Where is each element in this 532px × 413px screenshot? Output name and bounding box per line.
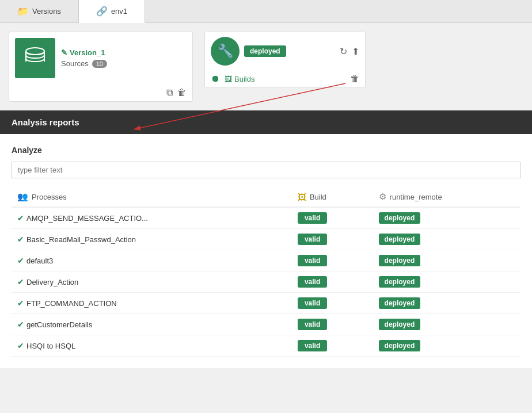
check-icon: ✔ (17, 341, 24, 350)
process-name-cell: ✔ Basic_ReadMail_Passwd_Action (12, 229, 292, 250)
database-icon (24, 45, 47, 71)
valid-badge: valid (298, 340, 327, 351)
build-status-cell: valid (292, 293, 373, 314)
check-icon: ✔ (17, 277, 24, 286)
deploy-card: 🔧 deployed ↻ ⬆ ⏺ 🖼 Builds 🗑 (204, 32, 366, 88)
tab-versions-label: Versions (32, 7, 61, 16)
deploy-delete-icon[interactable]: 🗑 (350, 74, 359, 84)
build-status-cell: valid (292, 335, 373, 357)
refresh-icon[interactable]: ↻ (340, 46, 347, 57)
deployed-tag: deployed (379, 234, 421, 245)
analysis-header: Analysis reports (0, 110, 532, 134)
radio-icon: ⏺ (211, 74, 220, 84)
env-icon: 🔗 (96, 6, 108, 17)
upload-icon[interactable]: ⬆ (352, 46, 359, 57)
runtime-gear-icon: ⚙ (379, 192, 386, 202)
table-row: ✔ default3 valid deployed (12, 250, 520, 271)
valid-badge: valid (298, 212, 327, 224)
tab-env1[interactable]: 🔗 env1 (79, 0, 145, 23)
deployed-tag: deployed (379, 255, 421, 266)
build-status-cell: valid (292, 250, 373, 271)
build-status-cell: valid (292, 229, 373, 250)
table-header-row: 👥 Processes 🖼 Build ⚙ runtime_re (12, 187, 520, 207)
version-icon-box (15, 38, 55, 78)
check-icon: ✔ (17, 213, 24, 223)
check-icon: ✔ (17, 320, 24, 329)
version-sources: Sources 10 (61, 59, 187, 68)
valid-badge: valid (298, 297, 327, 309)
runtime-status-cell: deployed (373, 207, 520, 229)
tab-env1-label: env1 (111, 7, 127, 16)
folder-icon: 📁 (17, 6, 29, 17)
col-processes: 👥 Processes (12, 187, 292, 207)
runtime-status-cell: deployed (373, 293, 520, 314)
build-status-cell: valid (292, 271, 373, 293)
valid-badge: valid (298, 255, 327, 266)
process-name-cell: ✔ getCustomerDetails (12, 314, 292, 335)
process-name: getCustomerDetails (26, 320, 92, 329)
deployed-tag: deployed (379, 297, 421, 309)
analyze-title: Analyze (12, 146, 520, 155)
build-status-cell: valid (292, 207, 373, 229)
main-area: ✎ Version_1 Sources 10 ⧉ 🗑 🔧 deployed ↻ … (0, 23, 532, 110)
tab-versions[interactable]: 📁 Versions (0, 0, 79, 22)
check-icon: ✔ (17, 299, 24, 308)
check-icon: ✔ (17, 256, 24, 265)
sources-count-badge: 10 (92, 60, 107, 68)
version-info: ✎ Version_1 Sources 10 (61, 48, 187, 68)
deployed-tag: deployed (379, 319, 421, 330)
runtime-status-cell: deployed (373, 271, 520, 293)
version-title: ✎ Version_1 (61, 48, 187, 57)
table-row: ✔ Basic_ReadMail_Passwd_Action valid dep… (12, 229, 520, 250)
process-name: HSQI to HSQL (26, 342, 75, 350)
deployed-badge: deployed (244, 45, 286, 57)
table-row: ✔ Delivery_Action valid deployed (12, 271, 520, 293)
build-icon: 🖼 (298, 192, 306, 202)
runtime-status-cell: deployed (373, 335, 520, 357)
builds-link[interactable]: 🖼 Builds (225, 75, 254, 83)
check-icon: ✔ (17, 235, 24, 244)
runtime-status-cell: deployed (373, 250, 520, 271)
runtime-status-cell: deployed (373, 229, 520, 250)
process-name: FTP_COMMAND_ACTION (26, 299, 117, 308)
analysis-section: Analysis reports Analyze 👥 Processes 🖼 (0, 110, 532, 368)
deploy-top-actions: ↻ ⬆ (340, 46, 359, 57)
table-row: ✔ FTP_COMMAND_ACTION valid deployed (12, 293, 520, 314)
version-actions: ⧉ 🗑 (9, 84, 192, 101)
deployed-tag: deployed (379, 276, 421, 288)
deployed-tag: deployed (379, 340, 421, 351)
process-name-cell: ✔ FTP_COMMAND_ACTION (12, 293, 292, 314)
process-name: Delivery_Action (26, 278, 78, 286)
copy-icon[interactable]: ⧉ (166, 87, 173, 98)
deploy-bottom: ⏺ 🖼 Builds 🗑 (205, 70, 365, 87)
wrench-icon: 🔧 (218, 44, 233, 59)
version-card: ✎ Version_1 Sources 10 ⧉ 🗑 (9, 32, 193, 102)
process-name: Basic_ReadMail_Passwd_Action (26, 235, 136, 244)
analyze-area: Analyze 👥 Processes 🖼 Build (0, 134, 532, 368)
deploy-icon-box: 🔧 (211, 37, 240, 66)
process-name-cell: ✔ AMQP_SEND_MESSAGE_ACTIO... (12, 207, 292, 229)
process-name: default3 (26, 257, 53, 265)
valid-badge: valid (298, 276, 327, 288)
builds-icon: 🖼 (225, 75, 232, 83)
delete-icon[interactable]: 🗑 (177, 87, 187, 98)
valid-badge: valid (298, 319, 327, 330)
process-name-cell: ✔ Delivery_Action (12, 271, 292, 293)
col-build: 🖼 Build (292, 187, 373, 207)
runtime-status-cell: deployed (373, 314, 520, 335)
tabs-bar: 📁 Versions 🔗 env1 (0, 0, 532, 23)
table-row: ✔ getCustomerDetails valid deployed (12, 314, 520, 335)
edit-icon: ✎ (61, 48, 67, 57)
process-name: AMQP_SEND_MESSAGE_ACTIO... (26, 214, 148, 223)
deployed-tag: deployed (379, 212, 421, 224)
process-name-cell: ✔ default3 (12, 250, 292, 271)
filter-input[interactable] (12, 162, 520, 178)
col-runtime: ⚙ runtime_remote (373, 187, 520, 207)
deploy-card-top: 🔧 deployed ↻ ⬆ (205, 32, 365, 70)
process-name-cell: ✔ HSQI to HSQL (12, 335, 292, 357)
valid-badge: valid (298, 234, 327, 245)
build-status-cell: valid (292, 314, 373, 335)
analysis-table: 👥 Processes 🖼 Build ⚙ runtime_re (12, 187, 520, 357)
table-row: ✔ AMQP_SEND_MESSAGE_ACTIO... valid deplo… (12, 207, 520, 229)
processes-icon: 👥 (17, 192, 28, 202)
